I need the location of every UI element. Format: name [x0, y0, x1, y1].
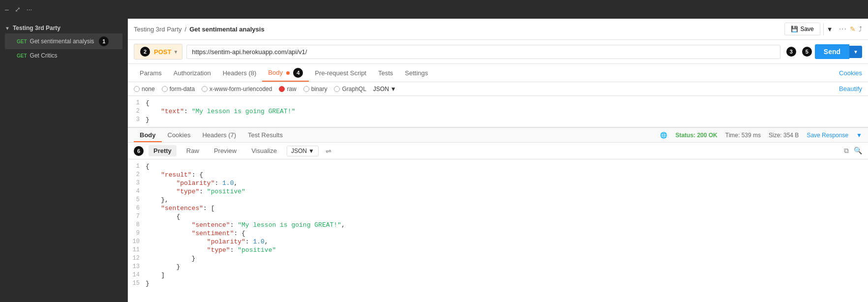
tab-body-badge-4: 4 — [293, 68, 303, 78]
radio-none-label: none — [142, 86, 155, 92]
response-tab-body[interactable]: Body — [134, 128, 162, 142]
radio-graphql[interactable]: GraphQL — [334, 86, 366, 92]
resp-lc-15: } — [146, 280, 868, 287]
req-line-content-1: { — [146, 99, 868, 107]
response-tab-test-results[interactable]: Test Results — [242, 128, 289, 142]
globe-icon: 🌐 — [660, 132, 667, 139]
resp-lc-1: { — [146, 163, 868, 170]
radio-none[interactable]: none — [134, 86, 155, 92]
sidebar-item-label-1: Get sentimental analysis — [30, 38, 94, 45]
resp-line-10: 10 "polarity": 1.0, — [128, 238, 868, 246]
response-tab-cookies[interactable]: Cookies — [162, 128, 197, 142]
format-tab-pretty[interactable]: Pretty — [149, 145, 177, 156]
collection-title[interactable]: ▼ Testing 3rd Party — [5, 23, 122, 33]
radio-form-data[interactable]: form-data — [162, 86, 195, 92]
response-status-bar: 🌐 Status: 200 OK Time: 539 ms Size: 354 … — [660, 132, 862, 139]
resp-ln-15: 15 — [128, 280, 146, 287]
header-more-icon[interactable]: ··· — [839, 25, 847, 33]
request-body-editor[interactable]: 1 { 2 "text": "My lesson is going GREAT!… — [128, 96, 868, 127]
sidebar-item-label-2: Get Critics — [30, 52, 58, 59]
response-tab-cookies-label: Cookies — [168, 131, 191, 139]
save-button[interactable]: 💾 Save — [784, 23, 820, 35]
response-code-editor: 1 { 2 "result": { 3 "polarity": 1.0, — [128, 159, 868, 302]
resp-line-11: 11 "type": "positive" — [128, 246, 868, 254]
topbar-more-icon[interactable]: ··· — [27, 5, 32, 13]
tab-pre-request[interactable]: Pre-request Script — [309, 65, 372, 81]
resp-lc-7: { — [146, 213, 868, 220]
method-label: POST — [154, 48, 171, 56]
tab-authorization[interactable]: Authorization — [168, 65, 217, 81]
header-actions: 💾 Save ▼ ··· ✎ ⤴ — [784, 23, 862, 35]
cookies-link[interactable]: Cookies — [839, 69, 862, 77]
resp-lc-8: "sentence": "My lesson is going GREAT!", — [146, 221, 868, 229]
send-button[interactable]: Send — [815, 44, 849, 59]
tab-headers[interactable]: Headers (8) — [217, 65, 263, 81]
tab-prerequest-label: Pre-request Script — [315, 69, 366, 77]
resp-ln-11: 11 — [128, 246, 146, 253]
radio-raw-label: raw — [287, 86, 296, 92]
resp-ln-10: 10 — [128, 238, 146, 245]
tab-tests[interactable]: Tests — [372, 65, 399, 81]
resp-ln-3: 3 — [128, 180, 146, 186]
response-icons: ⧉ 🔍 — [844, 147, 862, 155]
req-line-content-2: "text": "My lesson is going GREAT!" — [146, 108, 868, 115]
format-tab-visualize[interactable]: Visualize — [246, 145, 282, 156]
minus-icon[interactable]: – — [5, 5, 9, 13]
radio-binary-label: binary — [311, 86, 328, 92]
radio-binary[interactable]: binary — [303, 86, 328, 92]
save-dropdown-arrow[interactable]: ▼ — [823, 23, 836, 35]
response-tabs-row: Body Cookies Headers (7) Test Results 🌐 … — [128, 128, 868, 143]
response-tab-body-label: Body — [140, 131, 156, 139]
url-input[interactable] — [186, 45, 780, 59]
method-select[interactable]: 2 POST ▼ — [134, 44, 182, 60]
radio-urlencoded[interactable]: x-www-form-urlencoded — [202, 86, 272, 92]
tab-headers-label: Headers (8) — [223, 69, 257, 77]
format-tab-raw[interactable]: Raw — [181, 145, 204, 156]
resp-ln-7: 7 — [128, 213, 146, 220]
resp-line-12: 12 } — [128, 254, 868, 263]
response-format-row: 6 Pretty Raw Preview Visualize JSON ▼ ⇌ … — [128, 143, 868, 159]
sidebar-item-get-sentimental[interactable]: GET Get sentimental analysis 1 — [5, 33, 122, 49]
req-line-num-3: 3 — [128, 116, 146, 123]
send-badge-5: 5 — [802, 47, 812, 57]
resp-lc-11: "type": "positive" — [146, 246, 868, 254]
response-filter-icon[interactable]: ⇌ — [326, 147, 331, 155]
header-edit-icon[interactable]: ✎ — [850, 25, 856, 33]
response-copy-icon[interactable]: ⧉ — [844, 147, 849, 155]
method-get-badge-1: GET — [17, 39, 27, 44]
response-search-icon[interactable]: 🔍 — [854, 147, 862, 155]
radio-form-data-label: form-data — [170, 86, 195, 92]
radio-raw[interactable]: raw — [279, 86, 296, 92]
tab-settings[interactable]: Settings — [399, 65, 434, 81]
radio-form-data-circle — [162, 86, 168, 92]
format-tab-pretty-label: Pretty — [153, 147, 172, 154]
response-format-select[interactable]: JSON ▼ — [287, 146, 319, 156]
sidebar-item-badge-1: 1 — [99, 36, 109, 46]
save-response-link[interactable]: Save Response — [807, 132, 848, 139]
response-format-label: JSON — [291, 148, 307, 154]
expand-icon[interactable]: ⤢ — [15, 5, 21, 13]
resp-ln-12: 12 — [128, 255, 146, 262]
req-line-content-3: } — [146, 116, 868, 123]
save-response-dropdown[interactable]: ▼ — [856, 132, 862, 139]
tab-body-label: Body — [268, 69, 283, 76]
tab-body[interactable]: Body 4 — [262, 64, 309, 82]
sidebar-item-get-critics[interactable]: GET Get Critics — [5, 49, 122, 62]
format-tab-preview[interactable]: Preview — [209, 145, 241, 156]
resp-ln-6: 6 — [128, 205, 146, 211]
format-tab-raw-label: Raw — [186, 147, 199, 154]
resp-ln-9: 9 — [128, 230, 146, 237]
resp-line-15: 15 } — [128, 279, 868, 288]
header-share-icon[interactable]: ⤴ — [859, 25, 862, 33]
beautify-link[interactable]: Beautify — [839, 85, 862, 92]
response-format-arrow: ▼ — [308, 148, 314, 154]
response-tab-headers[interactable]: Headers (7) — [196, 128, 242, 142]
json-format-select[interactable]: JSON ▼ — [373, 86, 396, 92]
resp-lc-12: } — [146, 255, 868, 262]
request-header: Testing 3rd Party / Get sentimental anal… — [128, 19, 868, 40]
radio-binary-circle — [303, 86, 309, 92]
send-dropdown-button[interactable]: ▼ — [849, 46, 862, 58]
tab-params[interactable]: Params — [134, 65, 168, 81]
resp-ln-14: 14 — [128, 272, 146, 278]
topbar: – ⤢ ··· — [0, 0, 868, 19]
